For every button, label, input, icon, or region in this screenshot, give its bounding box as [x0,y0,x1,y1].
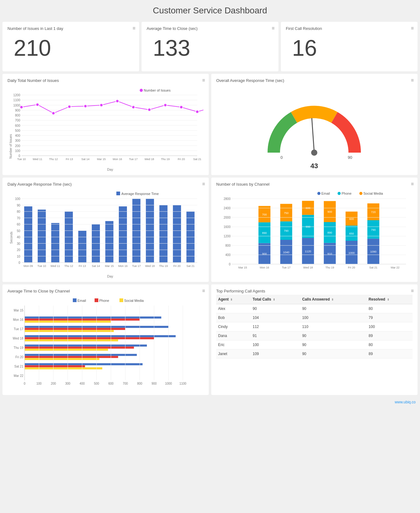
svg-text:890: 890 [262,231,267,235]
svg-text:400: 400 [225,253,231,257]
x-ticks: Tue 10Wed 11Thu 12Fri 13Sat 14Mar 15Mon … [17,156,201,161]
svg-text:720: 720 [371,211,376,214]
svg-text:Fri 20: Fri 20 [173,264,180,268]
avg-x-ticks: Mon 09Tue 10Wed 11Thu 12Fri 13Sat 14Mar … [21,263,197,268]
issues-channel-title: Number of Issues by Channel [216,182,413,187]
svg-rect-168 [95,298,98,302]
svg-text:1100: 1100 [180,382,187,385]
svg-text:800: 800 [15,114,20,117]
svg-text:80: 80 [17,210,21,213]
table-cell: Janet [216,349,251,359]
svg-text:0: 0 [24,382,26,385]
svg-text:40: 40 [17,235,21,239]
svg-text:Thu 19: Thu 19 [14,346,24,349]
daily-issues-card: Daily Total Number of Issues ≡ Number of… [2,74,209,175]
th-agent[interactable]: Agent ⇕ [216,295,251,304]
mid-row: Daily Total Number of Issues ≡ Number of… [0,71,420,175]
svg-text:Wed 18: Wed 18 [303,266,313,269]
svg-rect-167 [73,298,77,302]
kpi-issues-menu[interactable]: ≡ [133,26,135,31]
h-legend-phone: Phone [99,299,109,302]
svg-rect-182 [25,354,137,356]
table-row: Eric1009080 [216,340,413,349]
table-header-row: Agent ⇕ Total Calls ⇕ Calls Answered ⇕ R… [216,295,413,304]
svg-text:Sat 21: Sat 21 [193,158,201,161]
svg-text:300: 300 [65,382,70,385]
table-cell: 90 [300,340,367,349]
svg-text:100: 100 [15,149,20,153]
svg-text:750: 750 [284,211,288,215]
kpi-fcr-menu[interactable]: ≡ [411,26,414,31]
daily-issues-menu[interactable]: ≡ [202,78,205,83]
svg-point-51 [196,110,199,113]
table-cell: 90 [251,304,300,313]
avg-response-menu[interactable]: ≡ [202,181,205,187]
svg-text:Mon 09: Mon 09 [24,264,33,268]
sort-callsanswered-icon: ⇕ [331,298,334,301]
top-agents-title: Top Performing Call Agents [216,289,413,293]
gauge-value: 43 [310,162,318,170]
svg-text:1120: 1120 [305,250,311,253]
svg-rect-185 [25,363,142,365]
svg-text:600: 600 [349,217,354,221]
svg-text:600: 600 [108,382,114,385]
svg-point-0 [140,89,143,92]
svg-text:900: 900 [262,252,267,255]
table-cell: 90 [300,331,367,340]
avg-time-channel-menu[interactable]: ≡ [202,288,205,294]
svg-text:700: 700 [262,213,267,216]
table-cell: 109 [251,349,300,359]
table-cell: Eric [216,340,251,349]
lower-mid-row: Daily Average Response Time (sec) ≡ Aver… [0,175,420,282]
svg-text:Wed 11: Wed 11 [33,158,42,161]
avg-x-label: Day [107,274,113,278]
th-calls-answered[interactable]: Calls Answered ⇕ [300,295,367,304]
x-axis-label: Day [107,168,113,171]
svg-text:Sat 21: Sat 21 [14,365,23,368]
svg-text:60: 60 [17,223,21,226]
svg-text:Mar 15: Mar 15 [97,158,106,161]
svg-text:1000: 1000 [13,104,21,107]
line-dots [20,100,203,115]
table-cell: 89 [367,349,413,359]
h-y-ticks: Mar 15Mon 16Tue 17Wed 18Thu 19Fri 20Sat … [13,306,25,380]
svg-text:Sat 21: Sat 21 [369,266,377,269]
y-axis-label: Number of Issues [9,134,12,159]
kpi-close-menu[interactable]: ≡ [272,26,274,31]
svg-text:200: 200 [51,382,56,385]
svg-text:100: 100 [36,382,42,385]
th-total-calls[interactable]: Total Calls ⇕ [251,295,300,304]
table-cell: 79 [367,313,413,322]
table-row: Bob10410079 [216,313,413,322]
table-row: Janet1099089 [216,349,413,359]
kpi-issues-value: 210 [7,32,134,67]
svg-text:900: 900 [152,382,157,385]
table-row: Cindy112110100 [216,322,413,331]
svg-text:Fri 20: Fri 20 [348,266,355,269]
issues-channel-menu[interactable]: ≡ [411,181,414,187]
svg-rect-65 [173,205,181,263]
gauge-menu[interactable]: ≡ [411,78,414,83]
legend-phone: Phone [342,192,352,195]
svg-text:Sat 14: Sat 14 [92,264,100,268]
svg-text:700: 700 [15,119,20,122]
top-agents-menu[interactable]: ≡ [411,288,414,294]
svg-text:900: 900 [327,210,332,213]
svg-text:90: 90 [17,204,21,207]
svg-text:Sat 14: Sat 14 [81,158,89,161]
table-cell: 80 [367,304,413,313]
table-cell: Cindy [216,322,251,331]
kpi-issues-label: Number of Issues in Last 1 day [7,26,134,31]
table-cell: 104 [251,313,300,322]
svg-text:Wed 11: Wed 11 [50,264,60,268]
svg-rect-60 [105,221,113,263]
svg-point-103 [317,192,320,195]
gauge-min: 0 [280,155,282,160]
svg-rect-180 [25,347,134,349]
svg-text:300: 300 [15,139,20,142]
svg-point-46 [116,100,119,103]
th-resolved[interactable]: Resolved ⇕ [367,295,413,304]
table-row: Dana919089 [216,331,413,340]
svg-rect-177 [25,337,154,340]
table-cell: 91 [251,331,300,340]
